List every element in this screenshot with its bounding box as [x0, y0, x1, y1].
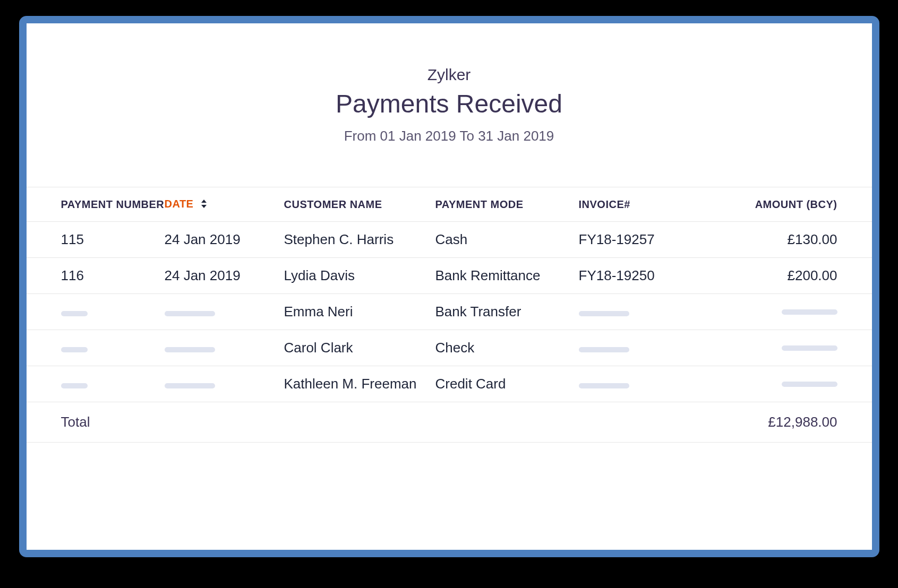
col-header-mode[interactable]: PAYMENT MODE	[435, 187, 579, 222]
cell-customer-link[interactable]: Stephen C. Harris	[284, 222, 435, 258]
cell-placeholder	[579, 330, 696, 366]
cell-amount-link[interactable]: £130.00	[696, 222, 872, 258]
cell-mode: Cash	[435, 222, 579, 258]
table-row: Kathleen M. Freeman Credit Card	[27, 366, 872, 402]
cell-date: 24 Jan 2019	[165, 222, 284, 258]
table-row: 115 24 Jan 2019 Stephen C. Harris Cash F…	[27, 222, 872, 258]
cell-placeholder	[27, 294, 165, 330]
total-amount: £12,988.00	[696, 402, 872, 443]
cell-placeholder	[27, 366, 165, 402]
col-header-payment-number[interactable]: PAYMENT NUMBER	[27, 187, 165, 222]
cell-invoice: FY18-19250	[579, 258, 696, 294]
cell-placeholder	[165, 294, 284, 330]
table-row: Carol Clark Check	[27, 330, 872, 366]
report-header: Zylker Payments Received From 01 Jan 201…	[27, 66, 872, 144]
cell-placeholder	[579, 366, 696, 402]
cell-placeholder	[696, 366, 872, 402]
cell-mode: Bank Remittance	[435, 258, 579, 294]
cell-customer-link[interactable]: Kathleen M. Freeman	[284, 366, 435, 402]
total-label: Total	[27, 402, 696, 443]
col-header-date[interactable]: DATE	[165, 187, 284, 222]
cell-placeholder	[165, 366, 284, 402]
cell-placeholder	[579, 294, 696, 330]
cell-customer-link[interactable]: Carol Clark	[284, 330, 435, 366]
cell-mode: Credit Card	[435, 366, 579, 402]
sort-icon	[200, 198, 208, 211]
cell-date: 24 Jan 2019	[165, 258, 284, 294]
cell-placeholder	[27, 330, 165, 366]
report-card: Zylker Payments Received From 01 Jan 201…	[19, 16, 879, 557]
cell-customer-link[interactable]: Emma Neri	[284, 294, 435, 330]
cell-invoice: FY18-19257	[579, 222, 696, 258]
col-header-invoice[interactable]: INVOICE#	[579, 187, 696, 222]
cell-amount-link[interactable]: £200.00	[696, 258, 872, 294]
report-title: Payments Received	[58, 89, 840, 118]
svg-marker-0	[201, 200, 207, 203]
cell-payment-number: 115	[27, 222, 165, 258]
payments-table: PAYMENT NUMBER DATE CUSTOMER NAME PAYMEN…	[27, 187, 872, 443]
table-row: Emma Neri Bank Transfer	[27, 294, 872, 330]
cell-mode: Check	[435, 330, 579, 366]
svg-marker-1	[201, 205, 207, 208]
cell-customer-link[interactable]: Lydia Davis	[284, 258, 435, 294]
cell-placeholder	[165, 330, 284, 366]
col-header-date-label: DATE	[165, 198, 194, 210]
col-header-amount[interactable]: AMOUNT (BCY)	[696, 187, 872, 222]
table-header-row: PAYMENT NUMBER DATE CUSTOMER NAME PAYMEN…	[27, 187, 872, 222]
company-name: Zylker	[58, 66, 840, 84]
total-row: Total £12,988.00	[27, 402, 872, 443]
cell-placeholder	[696, 294, 872, 330]
cell-mode: Bank Transfer	[435, 294, 579, 330]
table-row: 116 24 Jan 2019 Lydia Davis Bank Remitta…	[27, 258, 872, 294]
cell-placeholder	[696, 330, 872, 366]
date-range: From 01 Jan 2019 To 31 Jan 2019	[58, 128, 840, 144]
cell-payment-number: 116	[27, 258, 165, 294]
col-header-customer[interactable]: CUSTOMER NAME	[284, 187, 435, 222]
